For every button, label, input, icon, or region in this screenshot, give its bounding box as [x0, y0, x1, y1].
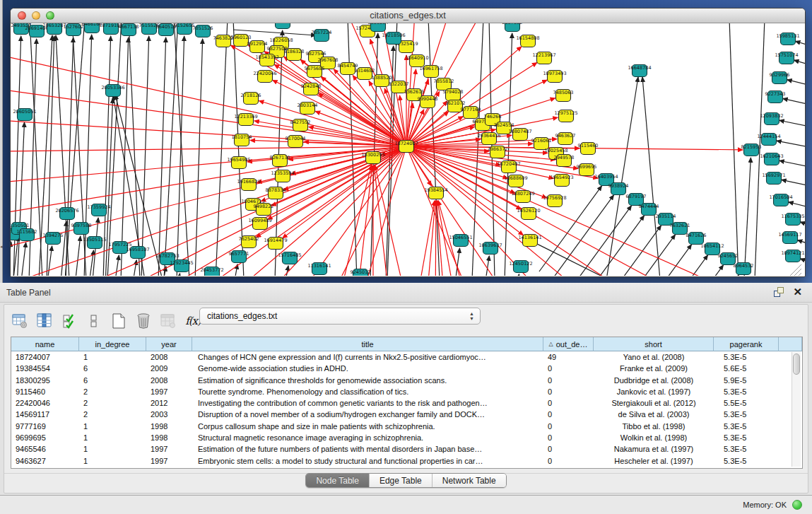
network-select-dropdown[interactable]: citations_edges.txt ▲▼ — [199, 308, 481, 325]
cell-pagerank[interactable]: 5.6E-5 — [714, 363, 779, 374]
cell-pagerank[interactable]: 5.9E-5 — [714, 375, 779, 386]
cell-title[interactable]: Estimation of the future numbers of pati… — [192, 443, 543, 455]
table-row[interactable]: 2242004622012Investigating the contribut… — [11, 397, 802, 409]
cell-title[interactable]: Tourette syndrome. Phenomenology and cla… — [192, 386, 543, 397]
cell-pagerank[interactable]: 5.3E-5 — [714, 443, 779, 455]
table-row[interactable]: 911546021997Tourette syndrome. Phenomeno… — [11, 386, 802, 397]
cell-year[interactable]: 1997 — [146, 386, 192, 397]
cell-title[interactable]: Investigating the contribution of common… — [192, 397, 543, 409]
minimize-window-icon[interactable] — [32, 11, 40, 20]
cell-year[interactable]: 1997 — [146, 455, 192, 467]
zoom-window-icon[interactable] — [46, 11, 54, 20]
network-window-titlebar[interactable]: citations_edges.txt — [11, 8, 805, 23]
cell-title[interactable]: Disruption of a novel member of a sodium… — [192, 409, 543, 420]
table-row[interactable]: 946362711997Embryonic stem cells: a mode… — [11, 455, 802, 467]
memory-ok-icon[interactable] — [792, 500, 802, 510]
cell-pagerank[interactable]: 5.3E-5 — [714, 409, 779, 420]
cell-name[interactable]: 18724007 — [11, 351, 79, 363]
table-row[interactable]: 1872400712008Changes of HCN gene express… — [11, 351, 802, 363]
node-table[interactable]: namein_degreeyeartitle△out_de…shortpager… — [11, 337, 803, 469]
cell-year[interactable]: 2003 — [146, 409, 192, 420]
cell-short[interactable]: de Silva et al. (2003) — [594, 409, 714, 420]
cell-short[interactable]: Franke et al. (2009) — [594, 363, 714, 374]
cell-pagerank[interactable]: 5.5E-5 — [714, 397, 779, 409]
network-window[interactable]: citations_edges.txt 74638225960123891295… — [10, 8, 806, 277]
cell-out[interactable]: 0 — [543, 455, 594, 467]
cell-name[interactable]: 9777169 — [11, 421, 79, 432]
cell-in_degree[interactable]: 1 — [79, 455, 146, 467]
cell-year[interactable]: 1998 — [146, 432, 192, 443]
collapse-left-icon[interactable]: ◂ — [0, 243, 3, 250]
cell-year[interactable]: 2009 — [146, 363, 192, 374]
cell-in_degree[interactable]: 1 — [79, 351, 146, 363]
cell-out[interactable]: 0 — [543, 386, 594, 397]
cell-year[interactable]: 1998 — [146, 421, 192, 432]
cell-name[interactable]: 14569117 — [11, 409, 79, 420]
cell-out[interactable]: 0 — [543, 397, 594, 409]
column-header-year[interactable]: year — [146, 337, 192, 351]
cell-name[interactable]: 9463627 — [11, 455, 79, 467]
cell-in_degree[interactable]: 2 — [79, 397, 146, 409]
cell-title[interactable]: Estimation of significance thresholds fo… — [192, 375, 543, 386]
cell-title[interactable]: Structural magnetic resonance image aver… — [192, 432, 543, 443]
cell-pagerank[interactable]: 5.3E-5 — [714, 421, 779, 432]
tab-network-table[interactable]: Network Table — [433, 474, 506, 487]
citation-network-graph[interactable]: 7463822596012389129541822605898275081854… — [11, 23, 805, 276]
cell-year[interactable]: 2008 — [146, 351, 192, 363]
column-visibility-icon[interactable] — [36, 313, 53, 329]
cell-pagerank[interactable]: 5.3E-5 — [714, 432, 779, 443]
table-scrollbar[interactable] — [792, 352, 801, 467]
cell-pagerank[interactable]: 5.3E-5 — [714, 351, 779, 363]
tab-node-table[interactable]: Node Table — [306, 474, 370, 487]
cell-in_degree[interactable]: 6 — [79, 363, 146, 374]
cell-year[interactable]: 2008 — [146, 375, 192, 386]
cell-year[interactable]: 1997 — [146, 443, 192, 455]
column-header-out[interactable]: △out_de… — [543, 337, 594, 351]
cell-pagerank[interactable]: 5.3E-5 — [714, 386, 779, 397]
cell-in_degree[interactable]: 1 — [79, 432, 146, 443]
cell-out[interactable]: 0 — [543, 443, 594, 455]
float-window-icon[interactable] — [774, 287, 784, 297]
cell-short[interactable]: Wolkin et al. (1998) — [594, 432, 714, 443]
tab-edge-table[interactable]: Edge Table — [370, 474, 433, 487]
cell-name[interactable]: 18300295 — [11, 375, 79, 386]
close-panel-icon[interactable]: ✕ — [793, 287, 802, 297]
left-panel-divider[interactable] — [0, 0, 3, 283]
cell-in_degree[interactable]: 2 — [79, 386, 146, 397]
select-columns-icon[interactable] — [61, 313, 78, 329]
cell-out[interactable]: 0 — [543, 375, 594, 386]
cell-out[interactable]: 0 — [543, 409, 594, 420]
column-header-pagerank[interactable]: pagerank — [714, 337, 779, 351]
close-window-icon[interactable] — [18, 11, 26, 20]
table-row[interactable]: 977716911998Corpus callosum shape and si… — [11, 421, 802, 432]
cell-out[interactable]: 0 — [543, 363, 594, 374]
cell-name[interactable]: 19384554 — [11, 363, 79, 374]
cell-pagerank[interactable]: 5.3E-5 — [714, 455, 779, 467]
table-scrollbar-thumb[interactable] — [793, 354, 800, 375]
delete-table-icon[interactable] — [135, 313, 152, 329]
cell-short[interactable]: Jankovic et al. (1997) — [594, 386, 714, 397]
table-row[interactable]: 946554611997Estimation of the future num… — [11, 443, 802, 455]
cell-title[interactable]: Genome-wide association studies in ADHD. — [192, 363, 543, 374]
cell-year[interactable]: 2012 — [146, 397, 192, 409]
cell-in_degree[interactable]: 2 — [79, 409, 146, 420]
cell-out[interactable]: 0 — [543, 421, 594, 432]
cell-short[interactable]: Yano et al. (2008) — [594, 351, 714, 363]
cell-short[interactable]: Nakamura et al. (1997) — [594, 443, 714, 455]
table-row[interactable]: 969969511998Structural magnetic resonanc… — [11, 432, 802, 443]
cell-title[interactable]: Corpus callosum shape and size in male p… — [192, 421, 543, 432]
column-header-name[interactable]: name — [11, 337, 79, 351]
table-row[interactable]: 1830029562008Estimation of significance … — [11, 375, 802, 386]
cell-short[interactable]: Tibbo et al. (1998) — [594, 421, 714, 432]
cell-title[interactable]: Changes of HCN gene expression and I(f) … — [192, 351, 543, 363]
row-height-icon[interactable] — [86, 313, 102, 329]
column-header-in_degree[interactable]: in_degree — [79, 337, 146, 351]
column-header-short[interactable]: short — [594, 337, 714, 351]
cell-title[interactable]: Embryonic stem cells: a model to study s… — [192, 455, 543, 467]
network-canvas[interactable]: 7463822596012389129541822605898275081854… — [11, 23, 805, 276]
cell-name[interactable]: 9115460 — [11, 386, 79, 397]
cell-in_degree[interactable]: 1 — [79, 443, 146, 455]
cell-short[interactable]: Stergiakouli et al. (2012) — [594, 397, 714, 409]
cell-in_degree[interactable]: 6 — [79, 375, 146, 386]
cell-name[interactable]: 9465546 — [11, 443, 79, 455]
